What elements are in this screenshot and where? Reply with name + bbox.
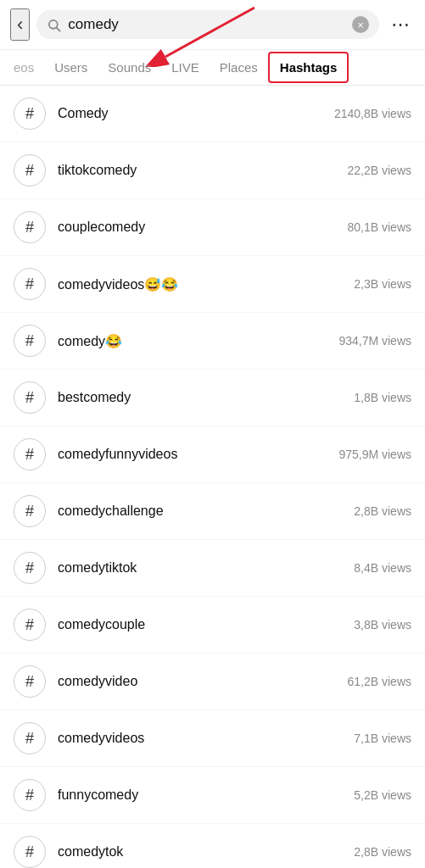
tab-live[interactable]: LIVE [161,50,210,85]
hashtag-name: comedyvideo [58,674,348,689]
hashtag-views: 22,2B views [348,164,411,177]
hash-icon: # [14,609,46,641]
hashtag-name: comedyfunnyvideos [58,447,338,462]
hashtag-name: comedy😂 [58,333,338,349]
hashtag-views: 934,7M views [338,334,411,348]
hashtag-views: 975,9M views [338,448,411,461]
hash-icon: # [14,211,46,243]
hashtag-name: comedytiktok [58,560,354,576]
back-button[interactable]: ‹ [10,8,30,41]
hashtag-list-item[interactable]: #bestcomedy1,8B views [0,370,425,426]
hash-icon: # [14,325,46,357]
search-icon [47,18,61,32]
hashtag-views: 1,8B views [354,391,411,404]
hash-icon: # [14,665,46,698]
hashtag-views: 80,1B views [348,220,411,234]
hashtag-list-item[interactable]: #tiktokcomedy22,2B views [0,142,425,199]
hashtag-name: comedycouple [58,617,354,632]
hashtag-list-item[interactable]: #comedy😂934,7M views [0,313,425,370]
hashtag-list-item[interactable]: #comedyfunnyvideos975,9M views [0,426,425,483]
hashtag-list-item[interactable]: #comedytok2,8B views [0,824,425,868]
hashtag-list: #Comedy2140,8B views#tiktokcomedy22,2B v… [0,86,425,868]
hashtag-views: 61,2B views [348,675,411,688]
hash-icon: # [14,381,46,414]
tab-videos[interactable]: eos [3,50,44,85]
hash-icon: # [14,154,46,186]
hashtag-name: bestcomedy [58,390,354,405]
hashtag-list-item[interactable]: #comedyvideo61,2B views [0,654,425,710]
hashtag-views: 5,2B views [354,788,411,802]
tabs-row: eos Users Sounds LIVE Places Hashtags [0,50,425,86]
hashtag-list-item[interactable]: #couplecomedy80,1B views [0,199,425,256]
hashtag-views: 2,8B views [354,504,411,518]
hashtag-name: funnycomedy [58,787,354,803]
hashtag-name: comedyvideos [58,731,354,746]
tab-places[interactable]: Places [210,50,268,85]
search-bar: ‹ × ⋯ [0,0,425,50]
hashtag-list-item[interactable]: #funnycomedy5,2B views [0,767,425,824]
hashtag-name: comedychallenge [58,504,354,519]
hashtag-views: 7,1B views [354,732,411,745]
hashtag-views: 2,3B views [354,277,411,291]
hashtag-name: couplecomedy [58,220,348,235]
hash-icon: # [14,722,46,754]
search-input-wrap: × [36,10,379,39]
search-input[interactable] [68,16,345,33]
hash-icon: # [14,495,46,527]
hashtag-views: 2,8B views [354,845,411,859]
hashtag-name: Comedy [58,106,334,121]
hashtag-views: 3,8B views [354,618,411,632]
hashtag-list-item[interactable]: #comedychallenge2,8B views [0,483,425,540]
hashtag-views: 8,4B views [354,561,411,575]
hash-icon: # [14,779,46,811]
hash-icon: # [14,438,46,470]
tab-users[interactable]: Users [44,50,98,85]
hash-icon: # [14,97,46,130]
more-options-button[interactable]: ⋯ [386,10,415,39]
hashtag-list-item[interactable]: #comedytiktok8,4B views [0,540,425,597]
hash-icon: # [14,552,46,584]
hashtag-name: comedytok [58,844,354,860]
hashtag-name: comedyvideos😅😂 [58,276,354,292]
hashtag-list-item[interactable]: #comedyvideos7,1B views [0,710,425,767]
hashtag-list-item[interactable]: #Comedy2140,8B views [0,86,425,142]
hash-icon: # [14,268,46,300]
hashtag-name: tiktokcomedy [58,163,348,178]
clear-search-button[interactable]: × [352,16,369,33]
tab-sounds[interactable]: Sounds [98,50,161,85]
svg-line-1 [57,27,60,31]
tab-hashtags[interactable]: Hashtags [268,52,350,83]
hash-icon: # [14,836,46,868]
hashtag-list-item[interactable]: #comedycouple3,8B views [0,597,425,654]
hashtag-views: 2140,8B views [334,107,411,120]
hashtag-list-item[interactable]: #comedyvideos😅😂2,3B views [0,256,425,313]
